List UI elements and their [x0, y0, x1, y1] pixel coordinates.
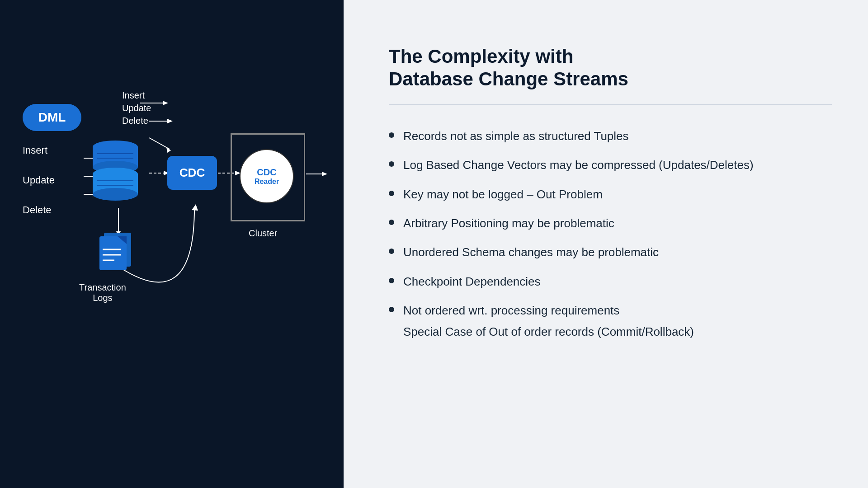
svg-marker-9	[167, 119, 173, 123]
delete-label: Delete	[23, 204, 55, 216]
bullet-list: Records not as simple as structured Tupl…	[389, 128, 832, 340]
sub-bullet: Special Case of Out of order records (Co…	[403, 324, 694, 340]
section-divider	[389, 104, 832, 105]
top-insert: Insert	[122, 90, 151, 101]
transaction-logs-icon	[97, 230, 138, 273]
top-delete: Delete	[122, 116, 151, 126]
bullet-dot	[389, 161, 394, 167]
svg-marker-17	[322, 172, 327, 176]
left-panel: DML Insert Update Delete Insert Update D…	[0, 0, 344, 488]
bullet-dot	[389, 191, 394, 196]
transaction-logs-label: Transaction Logs	[79, 282, 126, 303]
list-item: Checkpoint Dependencies	[389, 273, 832, 290]
svg-marker-7	[163, 101, 168, 105]
list-item: Key may not be logged – Out Problem	[389, 186, 832, 202]
top-update: Update	[122, 103, 151, 113]
svg-rect-32	[99, 236, 127, 270]
svg-marker-20	[192, 204, 198, 211]
list-item: Not ordered wrt. processing requirements…	[389, 302, 832, 340]
cdc-reader: CDC Reader	[240, 149, 294, 203]
section-title: The Complexity with Database Change Stre…	[389, 45, 832, 91]
list-item: Log Based Change Vectors may be compress…	[389, 157, 832, 173]
update-label: Update	[23, 174, 55, 186]
dml-operations: Insert Update Delete	[23, 145, 55, 216]
svg-marker-11	[166, 147, 171, 153]
dml-label: DML	[23, 104, 81, 131]
list-item: Unordered Schema changes may be problema…	[389, 244, 832, 260]
top-operation-labels: Insert Update Delete	[122, 90, 151, 126]
db-stack-icon	[90, 129, 140, 208]
svg-point-26	[93, 188, 138, 201]
list-item: Arbitrary Positioning may be problematic	[389, 215, 832, 231]
cluster-label: Cluster	[249, 228, 277, 239]
bullet-dot	[389, 220, 394, 225]
bullet-dot	[389, 132, 394, 138]
right-panel: The Complexity with Database Change Stre…	[344, 0, 868, 488]
svg-line-10	[149, 138, 170, 149]
bullet-dot	[389, 249, 394, 254]
bullet-dot	[389, 307, 394, 312]
insert-label: Insert	[23, 145, 55, 156]
list-item: Records not as simple as structured Tupl…	[389, 128, 832, 144]
cdc-box: CDC	[167, 156, 217, 190]
bullet-dot	[389, 278, 394, 283]
